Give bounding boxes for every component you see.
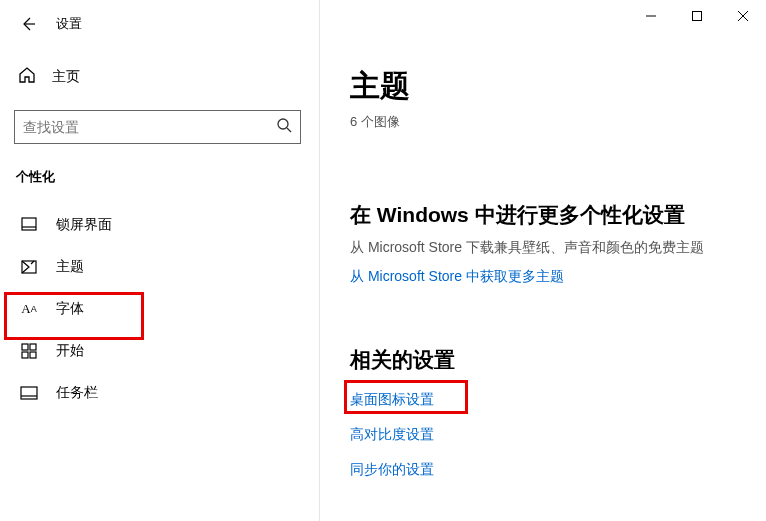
maximize-button[interactable]	[674, 0, 720, 32]
sidebar-section-title: 个性化	[16, 168, 320, 186]
sidebar-item-label: 任务栏	[56, 384, 98, 402]
store-link[interactable]: 从 Microsoft Store 中获取更多主题	[350, 268, 564, 286]
related-link-high-contrast[interactable]: 高对比度设置	[350, 426, 434, 444]
svg-rect-1	[693, 12, 702, 21]
more-personalization-text: 从 Microsoft Store 下载兼具壁纸、声音和颜色的免费主题	[350, 239, 766, 257]
main-content: 主题 6 个图像 在 Windows 中进行更多个性化设置 从 Microsof…	[320, 40, 766, 521]
window-controls	[628, 0, 766, 32]
svg-rect-6	[22, 218, 36, 230]
taskbar-icon	[20, 384, 38, 402]
svg-rect-12	[30, 352, 36, 358]
svg-rect-11	[22, 352, 28, 358]
svg-rect-13	[21, 387, 37, 399]
svg-rect-9	[22, 344, 28, 350]
sidebar-item-label: 主题	[56, 258, 84, 276]
sidebar-item-fonts[interactable]: AA 字体	[14, 288, 294, 330]
more-personalization-heading: 在 Windows 中进行更多个性化设置	[350, 201, 766, 229]
sidebar-item-start[interactable]: 开始	[14, 330, 294, 372]
svg-line-5	[287, 128, 291, 132]
titlebar: 设置	[0, 0, 766, 40]
search-field[interactable]	[23, 119, 276, 135]
fonts-icon: AA	[20, 300, 38, 318]
close-button[interactable]	[720, 0, 766, 32]
home-icon	[18, 66, 36, 88]
sidebar-item-themes[interactable]: 主题	[14, 246, 294, 288]
search-icon	[276, 117, 292, 137]
minimize-button[interactable]	[628, 0, 674, 32]
sidebar-item-label: 字体	[56, 300, 84, 318]
search-input[interactable]	[14, 110, 301, 144]
svg-rect-10	[30, 344, 36, 350]
sidebar: 主页 个性化 锁屏界面 主题 AA 字体	[0, 40, 320, 521]
sidebar-item-lockscreen[interactable]: 锁屏界面	[14, 204, 294, 246]
start-icon	[20, 342, 38, 360]
page-subtitle: 6 个图像	[350, 113, 766, 131]
lockscreen-icon	[20, 216, 38, 234]
sidebar-item-taskbar[interactable]: 任务栏	[14, 372, 294, 414]
related-link-sync[interactable]: 同步你的设置	[350, 461, 434, 479]
app-title: 设置	[56, 15, 82, 33]
svg-point-4	[278, 119, 288, 129]
home-button[interactable]: 主页	[14, 58, 320, 96]
themes-icon	[20, 258, 38, 276]
sidebar-item-label: 锁屏界面	[56, 216, 112, 234]
back-button[interactable]	[18, 14, 38, 34]
related-link-desktop-icons[interactable]: 桌面图标设置	[350, 391, 434, 409]
home-label: 主页	[52, 68, 80, 86]
page-title: 主题	[350, 66, 766, 107]
related-settings-heading: 相关的设置	[350, 346, 766, 374]
sidebar-item-label: 开始	[56, 342, 84, 360]
